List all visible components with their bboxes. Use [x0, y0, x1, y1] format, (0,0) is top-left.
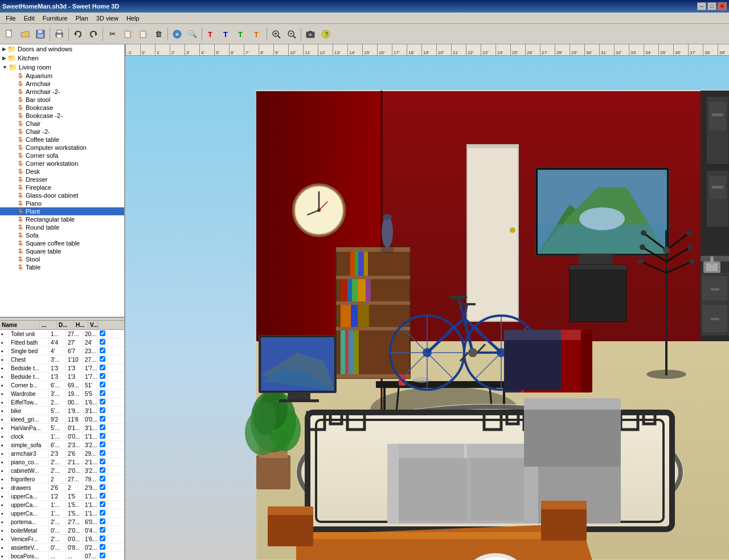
list-item[interactable]: ▪HaiVanPa...5'...0'1...3'1...	[0, 424, 124, 432]
text-tool-2[interactable]: T	[219, 27, 234, 42]
list-item-visible-checkbox[interactable]	[97, 338, 108, 346]
list-item[interactable]: ▪portema...2'...2'7...6'0...	[0, 518, 124, 526]
list-item-visible-checkbox[interactable]	[97, 424, 108, 432]
menu-3dview[interactable]: 3D view	[93, 14, 122, 23]
list-item[interactable]: ▪cabinetW...2'...2'0...3'2...	[0, 467, 124, 475]
menu-help[interactable]: Help	[123, 14, 143, 23]
tree-item-fireplace[interactable]: 🪑Fireplace	[0, 183, 124, 191]
tree-item-dresser[interactable]: 🪑Dresser	[0, 175, 124, 183]
tree-item-rectangular-table[interactable]: 🪑Rectangular table	[0, 215, 124, 223]
tree-item-aquarium[interactable]: 🪑Aquarium	[0, 72, 124, 80]
tree-item-doors-and-windows[interactable]: ▶📁Doors and windows	[0, 44, 124, 54]
list-item[interactable]: ▪bocaPois.........07...	[0, 552, 124, 560]
tree-item-living-room[interactable]: ▼📁Living room	[0, 63, 124, 72]
tree-item-sofa[interactable]: 🪑Sofa	[0, 231, 124, 239]
list-item-visible-checkbox[interactable]	[97, 407, 108, 415]
camera-button[interactable]	[303, 27, 318, 42]
menu-edit[interactable]: Edit	[21, 14, 38, 23]
list-item-visible-checkbox[interactable]	[97, 475, 108, 483]
list-item-visible-checkbox[interactable]	[97, 398, 108, 406]
list-item-visible-checkbox[interactable]	[97, 509, 108, 517]
tree-item-bookcase--2-[interactable]: 🪑Bookcase -2-	[0, 112, 124, 120]
close-button[interactable]: ✕	[718, 2, 727, 10]
list-item-visible-checkbox[interactable]	[97, 441, 108, 449]
add-furniture-button[interactable]: +	[170, 27, 185, 42]
new-button[interactable]	[2, 27, 17, 42]
list-item-visible-checkbox[interactable]	[97, 415, 108, 423]
list-item[interactable]: ▪upperCa...1'...1'5...1'1...	[0, 509, 124, 518]
tree-item-armchair--2-[interactable]: 🪑Armchair -2-	[0, 88, 124, 96]
list-item-visible-checkbox[interactable]	[97, 535, 108, 543]
tree-item-round-table[interactable]: 🪑Round table	[0, 223, 124, 231]
list-item-visible-checkbox[interactable]	[97, 355, 108, 363]
save-button[interactable]	[33, 27, 48, 42]
tree-item-corner-sofa[interactable]: 🪑Corner sofa	[0, 152, 124, 160]
list-item-visible-checkbox[interactable]	[97, 347, 108, 355]
list-item[interactable]: ▪Bedside t...1'31'31'7...	[0, 373, 124, 381]
tree-item-plant[interactable]: 🪑Plant	[0, 207, 124, 215]
list-item-visible-checkbox[interactable]	[97, 364, 108, 372]
3d-view[interactable]: -1'0'1'2'3'4'5'6'7'8'9'10'11'12'13'14'15…	[125, 44, 729, 560]
search-furniture-button[interactable]: 🔍	[185, 27, 200, 42]
text-tool-3[interactable]: T	[235, 27, 249, 42]
list-item[interactable]: ▪frigorifero227...79...	[0, 475, 124, 484]
tree-item-bar-stool[interactable]: 🪑Bar stool	[0, 96, 124, 104]
list-item-visible-checkbox[interactable]	[97, 449, 108, 457]
list-item[interactable]: ▪Bedside t...1'31'31'7...	[0, 364, 124, 373]
redo-button[interactable]	[86, 27, 101, 42]
list-item[interactable]: ▪upperCa...1'...1'5...1'1...	[0, 501, 124, 509]
list-item[interactable]: ▪kleed_gri...9'211'80'0...	[0, 415, 124, 424]
list-item-visible-checkbox[interactable]	[97, 373, 108, 381]
list-item-visible-checkbox[interactable]	[97, 484, 108, 492]
minimize-button[interactable]: ─	[697, 2, 706, 10]
tree-item-piano[interactable]: 🪑Piano	[0, 199, 124, 207]
delete-button[interactable]: 🗑	[151, 27, 166, 42]
tree-item-bookcase[interactable]: 🪑Bookcase	[0, 104, 124, 112]
list-item-visible-checkbox[interactable]	[97, 432, 108, 440]
list-item[interactable]: ▪Single bed4'6'723...	[0, 347, 124, 355]
text-tool-1[interactable]: T	[204, 27, 219, 42]
zoom-in-button[interactable]	[269, 27, 284, 42]
tree-item-glass-door-cabinet[interactable]: 🪑Glass-door cabinet	[0, 191, 124, 199]
list-item[interactable]: ▪VeniceFr...2'...0'0...1'6...	[0, 535, 124, 543]
list-item[interactable]: ▪Fitted bath4'427'24'	[0, 338, 124, 347]
list-item[interactable]: ▪simple_sofa6'...2'3...3'2...	[0, 441, 124, 449]
list-item[interactable]: ▪Wardrobe3'...19...5'5	[0, 390, 124, 398]
list-item[interactable]: ▪assietteV...0'...0'8...0'2...	[0, 543, 124, 552]
list-item-visible-checkbox[interactable]	[97, 492, 108, 500]
list-item[interactable]: ▪clock1'...0'0...1'1...	[0, 432, 124, 441]
tree-item-computer-workstation[interactable]: 🪑Computer workstation	[0, 144, 124, 152]
list-item-visible-checkbox[interactable]	[97, 552, 108, 560]
help-button[interactable]: ?	[318, 27, 333, 42]
tree-item-chair--2-[interactable]: 🪑Chair -2-	[0, 128, 124, 136]
list-item[interactable]: ▪EiffelTow...2...00...1'6...	[0, 398, 124, 407]
list-item-visible-checkbox[interactable]	[97, 518, 108, 526]
list-item[interactable]: ▪Corner b...6'...69...51'	[0, 381, 124, 390]
list-item[interactable]: ▪Toilet unit1...27...20...	[0, 330, 124, 338]
list-item[interactable]: ▪Chest3'...1'1027...	[0, 355, 124, 364]
furniture-tree[interactable]: ▶📁Doors and windows▶📁Kitchen▼📁Living roo…	[0, 44, 124, 318]
list-item-visible-checkbox[interactable]	[97, 543, 108, 551]
list-item-visible-checkbox[interactable]	[97, 458, 108, 466]
tree-item-coffee-table[interactable]: 🪑Coffee table	[0, 136, 124, 144]
list-item[interactable]: ▪armchair32'32'629...	[0, 449, 124, 458]
maximize-button[interactable]: □	[707, 2, 716, 10]
list-item[interactable]: ▪drawers2'622'9...	[0, 484, 124, 492]
list-item[interactable]: ▪bike5'...1'9...3'1...	[0, 407, 124, 415]
paste-button[interactable]: 📋	[136, 27, 150, 42]
list-item-visible-checkbox[interactable]	[97, 381, 108, 389]
list-item-visible-checkbox[interactable]	[97, 526, 108, 534]
open-button[interactable]	[18, 27, 32, 42]
menu-file[interactable]: File	[2, 14, 19, 23]
list-item-visible-checkbox[interactable]	[97, 467, 108, 475]
tree-item-table[interactable]: 🪑Table	[0, 263, 124, 271]
menu-furniture[interactable]: Furniture	[39, 14, 71, 23]
list-item[interactable]: ▪boiteMetal0'...2'0...0'4...	[0, 526, 124, 535]
tree-item-chair[interactable]: 🪑Chair	[0, 120, 124, 128]
undo-button[interactable]	[71, 27, 85, 42]
list-item-visible-checkbox[interactable]	[97, 501, 108, 509]
tree-item-armchair[interactable]: 🪑Armchair	[0, 80, 124, 88]
tree-item-kitchen[interactable]: ▶📁Kitchen	[0, 54, 124, 63]
list-item-visible-checkbox[interactable]	[97, 330, 108, 338]
cut-button[interactable]: ✂	[105, 27, 120, 42]
